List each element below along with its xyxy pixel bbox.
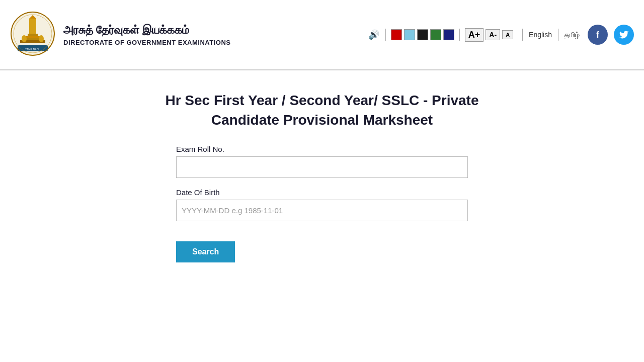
- logo: TAMIL NADU: [10, 11, 55, 58]
- svg-rect-4: [25, 36, 40, 38]
- search-button[interactable]: Search: [176, 241, 235, 262]
- svg-rect-3: [28, 34, 38, 36]
- exam-roll-label: Exam Roll No.: [176, 145, 468, 153]
- form-container: Exam Roll No. Date Of Birth Search: [176, 145, 468, 262]
- twitter-icon[interactable]: [614, 25, 634, 45]
- font-size-increase-button[interactable]: A+: [465, 28, 484, 42]
- header-title: அரசுத் தேர்வுகள் இயக்ககம் DIRECTORATE OF…: [63, 24, 230, 46]
- header-title-tamil: அரசுத் தேர்வுகள் இயக்ககம்: [63, 24, 230, 37]
- divider-2: [459, 29, 460, 41]
- color-theme-red[interactable]: [391, 29, 402, 40]
- svg-rect-1: [29, 19, 36, 34]
- language-tamil-button[interactable]: தமிழ்: [565, 31, 580, 39]
- svg-point-8: [39, 35, 44, 42]
- facebook-icon[interactable]: f: [588, 25, 608, 45]
- color-theme-navy[interactable]: [443, 29, 454, 40]
- svg-text:TAMIL NADU: TAMIL NADU: [25, 48, 40, 51]
- header-left: TAMIL NADU அரசுத் தேர்வுகள் இயக்ககம் DIR…: [10, 11, 230, 58]
- speaker-icon[interactable]: 🔊: [368, 29, 379, 40]
- page-title: Hr Sec First Year / Second Year/ SSLC - …: [146, 90, 498, 130]
- header-right: 🔊 A+ A- A English தமிழ் f: [368, 25, 634, 45]
- dob-input[interactable]: [176, 200, 468, 221]
- svg-point-7: [22, 35, 27, 42]
- font-size-decrease-button[interactable]: A-: [486, 29, 500, 40]
- header: TAMIL NADU அரசுத் தேர்வுகள் இயக்ககம் DIR…: [0, 0, 644, 70]
- dob-group: Date Of Birth: [176, 188, 468, 221]
- color-theme-blue[interactable]: [404, 29, 415, 40]
- language-english-button[interactable]: English: [529, 31, 552, 39]
- color-theme-green[interactable]: [430, 29, 441, 40]
- font-size-normal-button[interactable]: A: [502, 30, 513, 39]
- divider-1: [385, 29, 386, 41]
- dob-label: Date Of Birth: [176, 188, 468, 197]
- divider-4: [558, 29, 558, 41]
- header-title-english: DIRECTORATE OF GOVERNMENT EXAMINATIONS: [63, 39, 230, 46]
- accessibility-tools: 🔊 A+ A- A: [368, 28, 513, 42]
- main-content: Hr Sec First Year / Second Year/ SSLC - …: [0, 70, 644, 283]
- divider-3: [522, 29, 523, 41]
- exam-roll-group: Exam Roll No.: [176, 145, 468, 178]
- color-theme-dark[interactable]: [417, 29, 428, 40]
- exam-roll-input[interactable]: [176, 156, 468, 178]
